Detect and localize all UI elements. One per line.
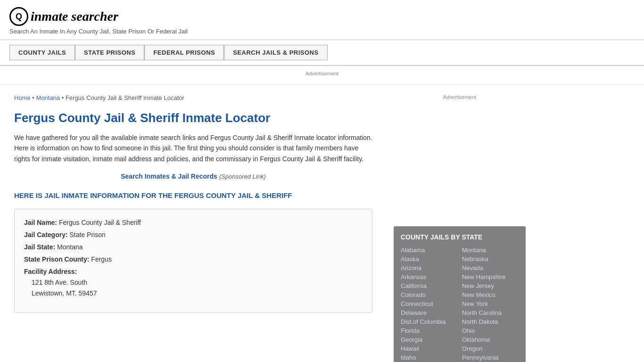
state-col2: MontanaNebraskaNevadaNew HampshireNew Je… xyxy=(462,247,519,362)
state-col1: AlabamaAlaskaArizonaArkansasCaliforniaCo… xyxy=(401,247,457,362)
state-link[interactable]: Nevada xyxy=(462,264,519,272)
nav-county-jails[interactable]: COUNTY JAILS xyxy=(9,45,75,60)
state-link[interactable]: Idaho xyxy=(401,354,457,361)
state-link[interactable]: Delaware xyxy=(401,309,457,316)
jail-name-value: Fergus County Jail & Sheriff xyxy=(59,219,141,226)
state-link[interactable]: New York xyxy=(462,300,519,307)
state-columns: AlabamaAlaskaArizonaArkansasCaliforniaCo… xyxy=(401,247,519,362)
state-link[interactable]: North Carolina xyxy=(462,309,519,316)
state-link[interactable]: Colorado xyxy=(401,291,457,298)
jail-category-value: State Prison xyxy=(69,231,105,239)
state-link[interactable]: Alabama xyxy=(401,247,457,254)
state-link[interactable]: New Jersey xyxy=(462,282,519,289)
nav-state-prisons[interactable]: STATE PRISONS xyxy=(75,45,144,60)
breadcrumb: Home • Montana • Fergus County Jail & Sh… xyxy=(14,94,372,101)
jail-category-label: Jail Category: xyxy=(24,231,68,239)
logo-text: inmate searcher xyxy=(31,9,118,24)
state-link[interactable]: California xyxy=(401,282,457,289)
state-link[interactable]: Arizona xyxy=(401,264,457,272)
state-link[interactable]: Alaska xyxy=(401,255,457,263)
main-layout: Home • Montana • Fergus County Jail & Sh… xyxy=(0,85,644,362)
state-link[interactable]: Pennsylvania xyxy=(462,354,519,361)
ad-label: Advertisement xyxy=(305,71,339,76)
content-area: Home • Montana • Fergus County Jail & Sh… xyxy=(0,85,387,362)
jail-address-row: Facility Address: 121 8th Ave. South Lew… xyxy=(24,268,363,298)
jail-county-value: Fergus xyxy=(91,255,112,263)
sidebar-ad-label: Advertisement xyxy=(443,94,476,100)
jail-state-value: Montana xyxy=(57,243,83,251)
jail-name-label: Jail Name: xyxy=(24,219,57,226)
state-link[interactable]: Arkansas xyxy=(401,273,457,280)
nav-search-jails[interactable]: SEARCH JAILS & PRISONS xyxy=(224,45,327,60)
jail-state-row: Jail State: Montana xyxy=(24,243,363,251)
state-link[interactable]: Georgia xyxy=(401,336,457,343)
state-link[interactable]: New Hampshire xyxy=(462,273,519,280)
address-block: 121 8th Ave. South Lewistown, MT, 59457 xyxy=(24,277,363,298)
jail-county-row: State Prison County: Fergus xyxy=(24,255,363,263)
breadcrumb-state[interactable]: Montana xyxy=(36,94,60,101)
state-link[interactable]: Florida xyxy=(401,327,457,334)
state-link[interactable]: Montana xyxy=(462,247,519,254)
jail-address-label: Facility Address: xyxy=(24,268,363,275)
breadcrumb-home[interactable]: Home xyxy=(14,94,31,101)
address-line1: 121 8th Ave. South xyxy=(32,277,363,288)
logo-icon: Q xyxy=(9,7,28,26)
state-link[interactable]: Oregon xyxy=(462,345,519,352)
state-link[interactable]: New Mexico xyxy=(462,291,519,298)
search-link-area: Search Inmates & Jail Records (Sponsored… xyxy=(14,173,372,180)
jail-county-label: State Prison County: xyxy=(24,255,89,263)
jail-name-row: Jail Name: Fergus County Jail & Sheriff xyxy=(24,219,363,226)
jail-state-label: Jail State: xyxy=(24,243,55,251)
state-link[interactable]: North Dakota xyxy=(462,318,519,325)
jail-category-row: Jail Category: State Prison xyxy=(24,231,363,239)
state-link[interactable]: Dist.of Columbia xyxy=(401,318,457,325)
page-title: Fergus County Jail & Sheriff Inmate Loca… xyxy=(14,111,372,125)
state-link[interactable]: Hawaii xyxy=(401,345,457,352)
state-link[interactable]: Nebraska xyxy=(462,255,519,263)
sidebar-ad: Advertisement xyxy=(394,90,526,222)
state-link[interactable]: Ohio xyxy=(462,327,519,334)
description: We have gathered for you all the availab… xyxy=(14,132,372,164)
logo-area: Q inmate searcher xyxy=(9,7,635,26)
state-list-title: COUNTY JAILS BY STATE xyxy=(401,233,519,241)
state-link[interactable]: Oklahoma xyxy=(462,336,519,343)
sidebar: Advertisement COUNTY JAILS BY STATE Alab… xyxy=(387,85,533,362)
nav-federal-prisons[interactable]: FEDERAL PRISONS xyxy=(144,45,224,60)
state-link[interactable]: Connecticut xyxy=(401,300,457,307)
state-list-box: COUNTY JAILS BY STATE AlabamaAlaskaArizo… xyxy=(394,226,526,362)
nav-bar: COUNTY JAILS STATE PRISONS FEDERAL PRISO… xyxy=(0,40,644,66)
tagline: Search An Inmate In Any County Jail, Sta… xyxy=(9,28,635,35)
address-line2: Lewistown, MT, 59457 xyxy=(32,288,363,298)
jail-info-box: Jail Name: Fergus County Jail & Sheriff … xyxy=(14,209,372,313)
search-inmates-link[interactable]: Search Inmates & Jail Records xyxy=(121,173,217,180)
breadcrumb-current: Fergus County Jail & Sheriff Inmate Loca… xyxy=(66,94,184,101)
info-heading: HERE IS JAIL INMATE INFORMATION FOR THE … xyxy=(14,190,372,200)
header: Q inmate searcher Search An Inmate In An… xyxy=(0,0,644,40)
ad-banner: Advertisement xyxy=(0,66,644,85)
